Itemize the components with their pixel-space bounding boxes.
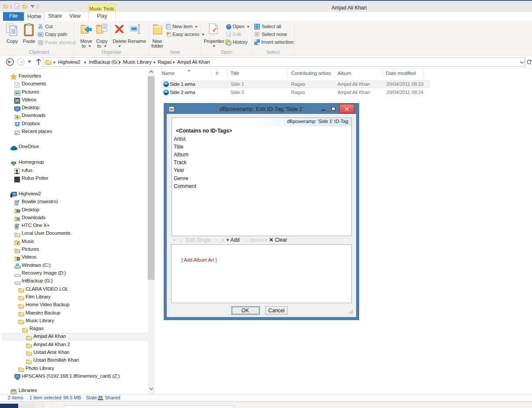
svg-text:W: W (39, 33, 42, 36)
